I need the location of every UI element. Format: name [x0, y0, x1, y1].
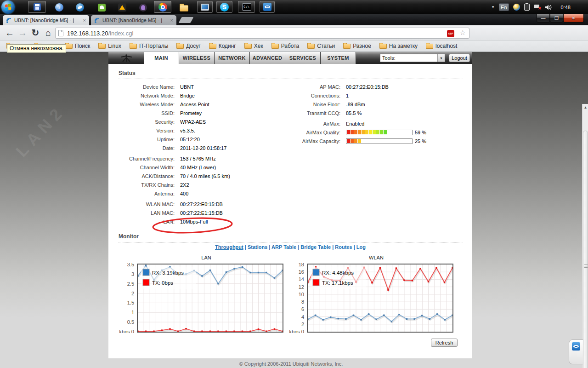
airos-tab-services[interactable]: SERVICES [285, 52, 321, 64]
new-tab-button[interactable] [179, 17, 194, 23]
taskbar-teamviewer-button[interactable] [260, 1, 275, 13]
taskbar-skype-button[interactable]: S [216, 1, 232, 13]
svg-text:16: 16 [299, 269, 304, 275]
scroll-up-arrow[interactable]: ▲ [582, 104, 588, 110]
bookmark-item[interactable]: Работа [271, 43, 300, 49]
command-prompt-icon: C:\ [242, 3, 251, 11]
svg-text:RX: 3.19kbps: RX: 3.19kbps [152, 270, 184, 276]
status-label: Security: [119, 119, 175, 125]
copyright-footer: © Copyright 2006-2011 Ubiquiti Networks,… [0, 361, 582, 367]
svg-text:RX: 4.48kbps: RX: 4.48kbps [322, 270, 354, 276]
status-value: 400 [180, 191, 188, 196]
monitor-link-arp-table[interactable]: ARP Table [271, 244, 296, 250]
color-ball-tray-icon[interactable] [513, 4, 520, 11]
tools-dropdown[interactable]: Tools: ▼ [380, 54, 445, 62]
monitor-link-routes[interactable]: Routes [335, 244, 352, 250]
scrollbar[interactable]: ▲ ▼ [582, 104, 588, 368]
status-row: Channel/Frequency:153 / 5765 MHz [119, 154, 230, 163]
hidden-icons-arrow[interactable]: ▼ [491, 5, 495, 9]
close-button[interactable]: ✕ [563, 14, 584, 23]
refresh-button[interactable]: Refresh [431, 339, 458, 347]
bookmark-item[interactable]: Хек [244, 43, 263, 49]
monitor-link-throughput[interactable]: Throughput [215, 244, 243, 250]
restore-button[interactable]: ❐ [550, 14, 563, 23]
bookmark-item[interactable]: На заметку [379, 43, 418, 49]
bookmark-label: Работа [281, 43, 300, 49]
taskbar-save-app-button[interactable] [28, 1, 46, 13]
bookmark-item[interactable]: IT-Порталы [130, 43, 168, 49]
taskbar-aimp-icon[interactable] [117, 2, 127, 12]
svg-text:2.5: 2.5 [127, 281, 134, 287]
status-value: 1 [346, 93, 349, 98]
skype-icon: S [220, 3, 229, 12]
adblock-icon[interactable]: ABP [447, 30, 454, 37]
status-label: Version: [119, 128, 175, 133]
taskbar-remote-desktop-button[interactable] [197, 1, 213, 13]
status-label: Wireless Mode: [119, 102, 175, 107]
bookmark-item[interactable]: localhost [426, 43, 457, 49]
home-button[interactable]: ⌂ [42, 27, 54, 39]
bookmark-item[interactable]: Linux [98, 43, 121, 49]
bookmark-item[interactable]: Статьи [307, 43, 335, 49]
taskbar-itunes-icon[interactable]: ♪ [54, 2, 64, 12]
svg-text:18: 18 [299, 263, 304, 267]
taskbar-chrome-button[interactable] [154, 1, 171, 13]
status-value: Bridge [180, 93, 195, 98]
network-disconnected-icon[interactable] [534, 4, 541, 10]
language-indicator[interactable]: En [499, 3, 509, 11]
status-label: Channel Width: [119, 165, 175, 170]
taskbar-explorer-icon[interactable] [179, 2, 189, 12]
status-value: 85.5 % [346, 110, 362, 116]
browser-tab-inactive[interactable]: UBNT: [NanoBridge M5] - | × [91, 15, 176, 25]
address-bar[interactable]: 192.168.113.20/index.cgi ABP ☆ [55, 28, 469, 39]
monitor-link-bridge-table[interactable]: Bridge Table [300, 244, 331, 250]
volume-icon[interactable] [545, 4, 552, 11]
tab-close-icon[interactable]: × [170, 17, 173, 23]
browser-tab-active[interactable]: UBNT: [NanoBridge M5] - | × [3, 15, 89, 25]
bookmark-item[interactable]: Кодинг [209, 43, 236, 49]
bookmark-label: На заметку [389, 43, 418, 49]
svg-text:12: 12 [299, 284, 304, 290]
status-row: AirMax:Enabled [284, 119, 426, 128]
airos-tab-main[interactable]: MAIN [144, 52, 179, 64]
taskbar-evernote-icon[interactable] [96, 2, 107, 12]
taskbar-pidgin-icon[interactable] [138, 2, 148, 12]
taskbar-thunderbird-icon[interactable] [75, 2, 85, 12]
airos-tab-advanced[interactable]: ADVANCED [250, 52, 285, 64]
logout-button[interactable]: Logout [449, 54, 470, 62]
bookmark-label: Кодинг [219, 43, 236, 49]
bookmark-item[interactable]: Досуг [176, 43, 200, 49]
teamviewer-panel[interactable] [569, 339, 583, 364]
airos-tab-network[interactable]: NETWORK [215, 52, 250, 64]
folder-icon [307, 44, 315, 49]
airos-tab-system[interactable]: SYSTEM [321, 52, 356, 64]
airos-tab-wireless[interactable]: WIRELESS [179, 52, 215, 64]
status-value: -89 dBm [346, 102, 365, 107]
bookmark-item[interactable]: Поиск [65, 43, 90, 49]
windows-start-button[interactable] [1, 0, 15, 14]
status-right-column: AP MAC:00:27:22:E0:15:DBConnections:1Noi… [284, 82, 426, 145]
minimize-button[interactable]: — [537, 14, 550, 23]
bookmark-label: Поиск [75, 43, 90, 49]
system-tray: ▼ En 0:48 [491, 0, 571, 14]
clock[interactable]: 0:48 [561, 5, 571, 10]
page-viewport: LAN2 MAINWIRELESSNETWORKADVANCEDSERVICES… [0, 52, 588, 368]
status-row: Connections:1 [284, 91, 426, 100]
taskbar-cmd-button[interactable]: C:\ [238, 1, 255, 13]
status-row: LAN MAC:00:27:22:E1:15:DB [119, 208, 230, 217]
clipboard-tray-icon[interactable] [524, 4, 530, 11]
dropdown-arrow-icon[interactable]: ▼ [437, 54, 445, 62]
scrollbar-thumb[interactable] [583, 131, 588, 368]
back-button[interactable]: ← [4, 27, 16, 39]
svg-text:TX: 17.1kbps: TX: 17.1kbps [322, 280, 353, 286]
status-row: LAN:10Mbps-Full [119, 217, 230, 226]
bookmark-star-icon[interactable]: ☆ [460, 29, 466, 37]
tab-close-icon[interactable]: × [83, 17, 86, 23]
monitor-link-log[interactable]: Log [356, 244, 366, 250]
reload-button[interactable]: ↻ [29, 27, 41, 39]
bookmark-item[interactable]: Разное [343, 43, 371, 49]
status-row: Antenna:400 [119, 189, 230, 198]
forward-button[interactable]: → [17, 27, 28, 39]
bookmark-label: Linux [108, 43, 121, 49]
monitor-link-stations[interactable]: Stations [248, 244, 267, 250]
